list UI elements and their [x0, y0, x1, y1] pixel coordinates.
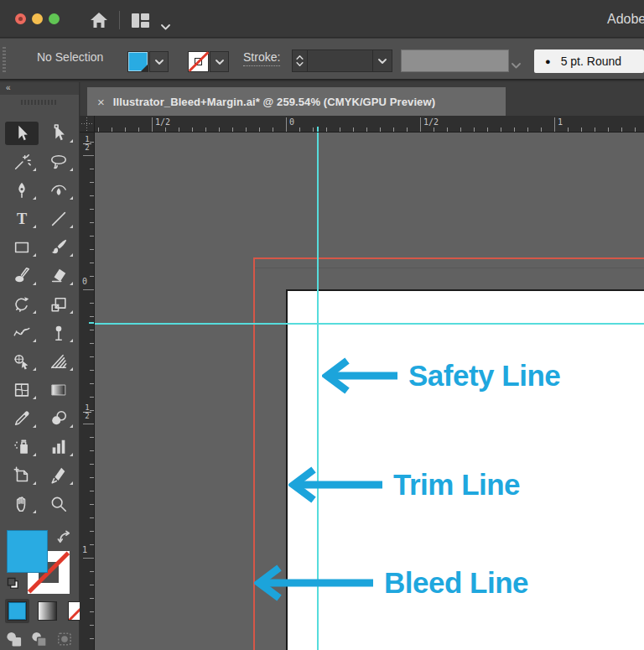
ruler-major-tick: [286, 117, 287, 132]
stepper-down-icon: [296, 62, 304, 66]
width-tool[interactable]: [5, 321, 39, 345]
left-arrow-icon: [288, 466, 382, 503]
horizontal-ruler[interactable]: 1/2 0 1/2 1: [95, 116, 644, 133]
tools-panel-collapse[interactable]: «: [0, 82, 79, 95]
app-brand-label: Adobe: [607, 12, 644, 27]
curvature-tool[interactable]: [42, 179, 75, 202]
tools-panel-grip[interactable]: [21, 100, 58, 105]
shaper-tool[interactable]: [5, 264, 39, 288]
ruler-major-tick: [83, 558, 94, 559]
brush-dot-icon: ●: [545, 56, 551, 66]
selection-tool[interactable]: [5, 122, 39, 145]
gradient-button[interactable]: [38, 601, 57, 621]
mesh-tool[interactable]: [5, 378, 39, 402]
left-arrow-icon: [254, 564, 373, 601]
color-mode-buttons: [5, 599, 90, 623]
safety-line-label: Safety Line: [408, 359, 560, 393]
eraser-tool[interactable]: [42, 264, 75, 288]
minimize-window-button[interactable]: [32, 13, 43, 24]
bleed-line-annotation: Bleed Line: [254, 564, 528, 601]
artboard-tool[interactable]: [5, 464, 39, 487]
fill-color-dropdown[interactable]: [149, 51, 169, 72]
ruler-major-tick: [420, 117, 421, 132]
trim-line-label: Trim Line: [393, 468, 520, 502]
arrange-documents-icon[interactable]: [131, 13, 150, 32]
chevron-down-icon: [155, 60, 164, 65]
direct-selection-tool[interactable]: [42, 122, 75, 145]
ruler-label: 1/2: [423, 117, 439, 127]
canvas-pasteboard[interactable]: Safety Line Trim Line Bleed Line: [95, 133, 644, 650]
document-tab-title: Illustrator_Bleed+Margin.ai* @ 259.54% (…: [113, 96, 435, 108]
close-window-button[interactable]: [15, 13, 26, 24]
left-arrow-icon: [322, 357, 397, 394]
stroke-weight-input[interactable]: [308, 50, 372, 71]
magic-wand-tool[interactable]: [5, 150, 39, 174]
rectangle-tool[interactable]: [5, 236, 39, 259]
stroke-weight-label[interactable]: Stroke:: [243, 50, 280, 66]
bleed-line-label: Bleed Line: [384, 566, 528, 600]
close-tab-icon[interactable]: ×: [97, 95, 105, 109]
ruler-major-tick: [83, 424, 94, 424]
gradient-tool[interactable]: [42, 378, 75, 402]
trim-line-annotation: Trim Line: [288, 466, 520, 503]
column-graph-tool[interactable]: [42, 435, 75, 459]
ruler-label: 0: [289, 117, 294, 127]
type-tool[interactable]: T: [5, 207, 39, 231]
slice-tool[interactable]: [42, 464, 75, 487]
control-bar: No Selection Stroke: ● 5 pt. Round: [0, 39, 644, 81]
swap-fill-stroke-icon[interactable]: [57, 530, 73, 549]
ruler-major-tick: [83, 155, 94, 156]
stroke-color-swatch[interactable]: [188, 51, 209, 72]
ruler-major-tick: [152, 117, 153, 132]
ruler-major-tick: [554, 117, 555, 132]
blend-tool[interactable]: [42, 407, 75, 430]
bleed-line-horizontal: [253, 257, 644, 259]
title-bar: Adobe: [0, 0, 644, 38]
fill-color-well[interactable]: [7, 530, 48, 573]
cyan-guide-horizontal[interactable]: [95, 323, 644, 325]
ruler-label: 12: [83, 404, 91, 420]
fill-color-swatch[interactable]: [127, 51, 148, 72]
default-fill-stroke-icon[interactable]: [7, 577, 21, 595]
panel-grip-handle[interactable]: [3, 47, 6, 72]
zoom-tool[interactable]: [42, 492, 75, 516]
draw-normal-button[interactable]: [5, 631, 23, 647]
vertical-ruler[interactable]: 12 0 12 1: [80, 116, 95, 650]
document-tab[interactable]: × Illustrator_Bleed+Margin.ai* @ 259.54%…: [87, 87, 506, 116]
home-icon[interactable]: [89, 12, 109, 32]
draw-behind-button[interactable]: [30, 631, 48, 647]
eyedropper-tool[interactable]: [5, 407, 39, 430]
shape-builder-tool[interactable]: [5, 350, 39, 373]
maximize-window-button[interactable]: [49, 13, 60, 24]
stroke-weight-control: [292, 49, 392, 72]
selection-status-label: No Selection: [37, 50, 103, 64]
draw-inside-button[interactable]: [55, 631, 73, 647]
drawing-mode-buttons: [5, 631, 73, 647]
lasso-tool[interactable]: [42, 150, 75, 174]
scale-tool[interactable]: [42, 293, 75, 316]
puppet-warp-tool[interactable]: [42, 321, 75, 345]
stroke-weight-stepper[interactable]: [293, 50, 308, 71]
pen-tool[interactable]: [5, 179, 39, 202]
guide-position-marker: [317, 127, 319, 132]
chevron-down-icon[interactable]: [161, 18, 170, 34]
stroke-color-dropdown[interactable]: [210, 51, 229, 72]
color-button-wrap: [5, 599, 29, 623]
perspective-grid-tool[interactable]: [42, 350, 75, 373]
guide-position-marker: [89, 322, 94, 324]
ruler-label: 1: [558, 117, 563, 127]
color-button[interactable]: [8, 601, 27, 621]
brush-definition-dropdown[interactable]: ● 5 pt. Round: [534, 49, 644, 73]
hand-tool[interactable]: [5, 492, 39, 516]
paintbrush-tool[interactable]: [42, 236, 75, 259]
page-boundary-line: [253, 268, 644, 268]
stroke-weight-dropdown[interactable]: [372, 50, 392, 71]
line-segment-tool[interactable]: [42, 207, 75, 231]
stepper-up-icon: [296, 55, 304, 60]
rotate-tool[interactable]: [5, 293, 39, 316]
variable-width-profile-dropdown[interactable]: [401, 49, 509, 72]
document-tab-bar: × Illustrator_Bleed+Margin.ai* @ 259.54%…: [80, 82, 644, 116]
ruler-major-tick: [83, 289, 94, 290]
ruler-origin-corner[interactable]: [80, 116, 95, 133]
symbol-sprayer-tool[interactable]: [5, 435, 39, 459]
